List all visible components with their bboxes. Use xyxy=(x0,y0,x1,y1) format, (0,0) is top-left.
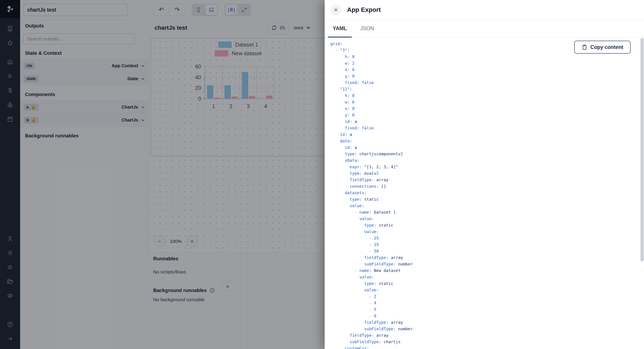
app-screen: $ Outp xyxy=(0,0,644,349)
export-tabs: YAML JSON xyxy=(325,20,644,37)
drawer-title: App Export xyxy=(347,6,381,13)
close-button[interactable]: × xyxy=(330,4,341,15)
tab-json[interactable]: JSON xyxy=(360,25,374,37)
scrollbar-thumb[interactable] xyxy=(640,38,644,261)
tab-yaml[interactable]: YAML xyxy=(332,25,347,37)
app-export-drawer: × App Export YAML JSON Copy content grid… xyxy=(325,0,644,349)
drawer-header: × App Export xyxy=(325,0,644,20)
close-icon: × xyxy=(334,7,338,13)
yaml-code[interactable]: grid: - "3": h: 8 w: 2 x: 0 y: 0 fixed: … xyxy=(330,40,634,349)
